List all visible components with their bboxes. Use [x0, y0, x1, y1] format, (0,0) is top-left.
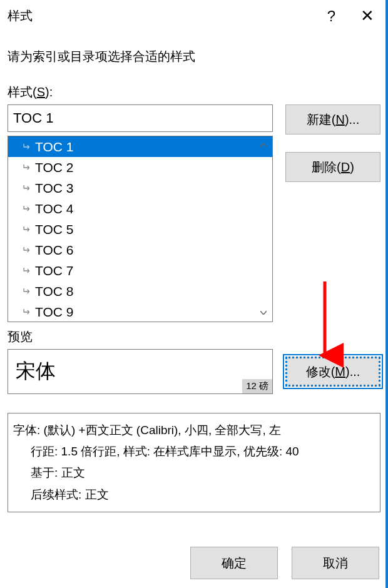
style-item-label: TOC 7	[35, 263, 73, 278]
style-list-item[interactable]: ↵TOC 8	[8, 281, 272, 302]
delete-button[interactable]: 删除(D)	[285, 152, 380, 182]
style-item-label: TOC 2	[35, 160, 73, 175]
preview-font-name: 宋体	[16, 358, 265, 385]
style-list-item[interactable]: ↵TOC 7	[8, 260, 272, 281]
preview-size: 12 磅	[242, 379, 272, 393]
close-button[interactable]: ✕	[354, 6, 380, 26]
style-list-item[interactable]: ↵TOC 2	[8, 157, 272, 178]
style-item-label: TOC 5	[35, 222, 73, 237]
style-list-item[interactable]: ↵TOC 3	[8, 178, 272, 198]
style-name-input[interactable]	[8, 104, 273, 132]
style-description: 字体: (默认) +西文正文 (Calibri), 小四, 全部大写, 左 行距…	[8, 413, 380, 512]
style-item-label: TOC 8	[35, 284, 73, 299]
title-bar: 样式 ? ✕	[0, 0, 388, 31]
style-item-label: TOC 6	[35, 243, 73, 258]
paragraph-mark-icon: ↵	[22, 306, 30, 318]
style-item-label: TOC 4	[35, 201, 73, 216]
dialog-title: 样式	[8, 8, 327, 24]
style-list-item[interactable]: ↵TOC 4	[8, 198, 272, 219]
style-list[interactable]: ↵TOC 1↵TOC 2↵TOC 3↵TOC 4↵TOC 5↵TOC 6↵TOC…	[8, 136, 273, 322]
paragraph-mark-icon: ↵	[22, 141, 30, 153]
style-list-item[interactable]: ↵TOC 9	[8, 302, 272, 322]
styles-label: 样式(S):	[8, 84, 380, 101]
style-list-item[interactable]: ↵TOC 6	[8, 240, 272, 260]
paragraph-mark-icon: ↵	[22, 244, 30, 256]
paragraph-mark-icon: ↵	[22, 182, 30, 194]
paragraph-mark-icon: ↵	[22, 265, 30, 276]
paragraph-mark-icon: ↵	[22, 161, 30, 173]
prompt-text: 请为索引或目录项选择合适的样式	[8, 48, 380, 65]
paragraph-mark-icon: ↵	[22, 285, 30, 297]
paragraph-mark-icon: ↵	[22, 203, 30, 215]
help-button[interactable]: ?	[327, 8, 335, 25]
style-item-label: TOC 9	[35, 305, 73, 320]
preview-label: 预览	[8, 328, 380, 345]
style-item-label: TOC 3	[35, 181, 73, 196]
style-item-label: TOC 1	[35, 139, 73, 155]
scroll-down-button[interactable]	[255, 304, 272, 322]
new-button[interactable]: 新建(N)...	[285, 104, 380, 134]
modify-button[interactable]: 修改(M)...	[285, 357, 380, 387]
preview-box: 宋体 12 磅	[8, 349, 273, 394]
style-list-item[interactable]: ↵TOC 1	[8, 136, 272, 157]
style-list-item[interactable]: ↵TOC 5	[8, 219, 272, 240]
scroll-up-button[interactable]	[255, 136, 272, 154]
cancel-button[interactable]: 取消	[292, 547, 379, 579]
paragraph-mark-icon: ↵	[22, 223, 30, 235]
ok-button[interactable]: 确定	[190, 547, 278, 579]
